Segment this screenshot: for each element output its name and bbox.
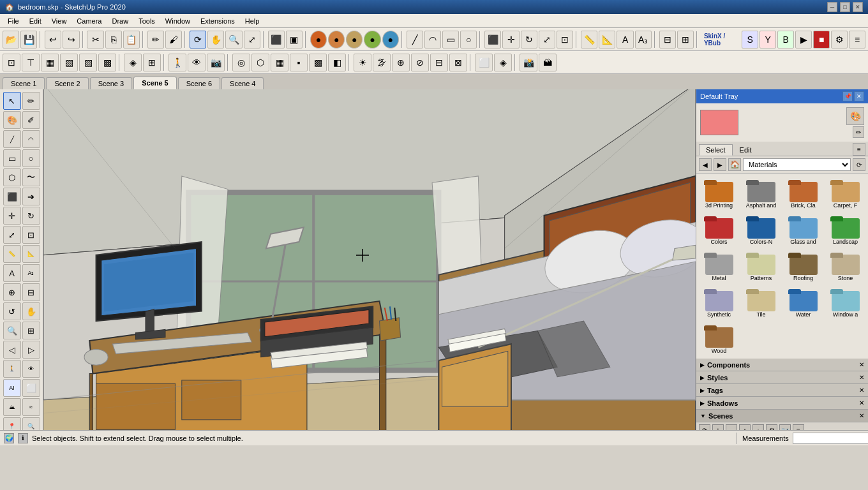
tab-select[interactable]: Select [699,144,733,156]
menu-window[interactable]: Window [160,16,195,26]
close-button[interactable]: ✕ [853,2,863,12]
mat-brick[interactable]: Brick, Cla [783,176,823,211]
mat-colors[interactable]: Colors [699,212,739,247]
open-button[interactable]: 📂 [3,31,19,48]
line-tool[interactable]: ╱ [3,130,21,148]
pencil-tool[interactable]: ✐ [22,111,40,129]
shadows-button[interactable]: ☀ [354,54,371,71]
parallel-button[interactable]: ⊞ [143,54,161,71]
viewport[interactable] [43,89,696,430]
info-icon[interactable]: ℹ [18,433,28,443]
style-shaded[interactable]: ▪ [290,54,308,71]
circle-tool[interactable]: ○ [22,149,40,167]
zoom-button[interactable]: 🔍 [225,31,242,48]
components-section[interactable]: ▶ Components ✕ [696,359,868,371]
polygon-tool[interactable]: ⬡ [3,168,21,186]
scene-up-btn[interactable]: ↑ [739,424,751,430]
scene-tab-3[interactable]: Scene 3 [90,77,132,89]
view-top[interactable]: ⊤ [22,54,40,71]
view-front[interactable]: ▦ [41,54,59,71]
extra-tool[interactable]: 🔍 [22,417,40,430]
orbit-tool[interactable]: ↺ [3,302,21,320]
texture2[interactable]: ● [328,31,345,48]
menu-edit[interactable]: Edit [24,16,47,26]
mat-menu-btn[interactable]: ≡ [853,143,865,156]
3d-text-button[interactable]: A₃ [635,31,652,48]
perspective-button[interactable]: ◈ [124,54,142,71]
materials-dropdown[interactable]: Materials [743,158,851,171]
rect-tool[interactable]: ▭ [3,149,21,167]
tray-pin-button[interactable]: 📌 [842,91,853,101]
geo-tag-tool[interactable]: 📍 [3,417,21,430]
style-xray[interactable]: ◎ [232,54,250,71]
axes-button[interactable]: ⊕ [392,54,410,71]
scene-tab-4[interactable]: Scene 4 [221,77,264,89]
next-view-tool[interactable]: ▷ [22,341,40,359]
arc-tool[interactable]: ◠ [22,130,40,148]
pan-button[interactable]: ✋ [207,31,224,48]
plugin-btn3[interactable]: B [777,31,794,48]
playback-play[interactable]: ▶ [795,31,812,48]
mat-patterns[interactable]: Patterns [741,249,781,283]
menu-camera[interactable]: Camera [71,16,107,26]
copy-button[interactable]: ⎘ [105,31,122,48]
scene-tab-1[interactable]: Scene 1 [3,77,45,89]
text-button-tb[interactable]: A [617,31,633,48]
component-options[interactable]: ⬜ [475,54,493,71]
style-mono[interactable]: ◧ [328,54,346,71]
section-button[interactable]: ⊟ [659,31,676,48]
mat-glass[interactable]: Glass and [783,212,823,247]
scale-tool[interactable]: ⤢ [3,226,21,244]
tape-tool[interactable]: 📏 [3,245,21,263]
components-close[interactable]: ✕ [859,361,864,368]
mat-roofing[interactable]: Roofing [783,249,823,283]
plugin-btn1[interactable]: S [742,31,758,48]
scene-remove-btn[interactable]: − [726,424,737,430]
mat-carpet[interactable]: Carpet, F [825,176,865,211]
menu-extensions[interactable]: Extensions [195,16,240,26]
group-button[interactable]: ▣ [286,31,303,48]
mat-tile[interactable]: Tile [741,285,781,320]
playback-record[interactable]: ⚙ [831,31,848,48]
match-photo[interactable]: 🏔 [539,54,557,71]
eraser-tool[interactable]: ✏ [22,92,40,110]
arc-button[interactable]: ◠ [424,31,441,48]
smoove-tool[interactable]: ≈ [22,398,40,416]
mat-stone[interactable]: Stone [825,249,865,283]
redo-button[interactable]: ↪ [63,31,79,48]
texture5[interactable]: ● [382,31,399,48]
zoom-tool[interactable]: 🔍 [3,322,21,339]
texture4[interactable]: ● [364,31,380,48]
tags-section[interactable]: ▶ Tags ✕ [696,384,868,397]
nav-refresh-btn[interactable]: ⟳ [853,158,865,171]
scene-tab-2[interactable]: Scene 2 [46,77,88,89]
scene-properties-btn[interactable]: ⚙ [766,424,777,430]
look-tool[interactable]: 👁 [188,54,206,71]
menu-view[interactable]: View [47,16,72,26]
dynamic-components[interactable]: ◈ [494,54,512,71]
mat-synthetic[interactable]: Synthetic [699,285,739,320]
undo-button[interactable]: ↩ [45,31,61,48]
section-cuts-button[interactable]: ⊠ [449,54,467,71]
mat-asphalt[interactable]: Asphalt and [741,176,781,211]
scene-update-btn[interactable]: 📷 [779,424,791,430]
geo-icon[interactable]: 🌍 [4,433,14,443]
protractor-tool[interactable]: 📐 [22,245,40,263]
paint-tool[interactable]: 🎨 [3,111,21,129]
color-picker-btn[interactable]: 🎨 [846,107,864,125]
rectangle-button[interactable]: ▭ [442,31,459,48]
protractor-button[interactable]: 📐 [599,31,615,48]
offset-tool[interactable]: ⊡ [22,226,40,244]
push-pull-tool[interactable]: ⬛ [3,188,21,205]
menu-file[interactable]: File [3,16,24,26]
cut-button[interactable]: ✂ [87,31,103,48]
select-tool[interactable]: ↖ [3,92,21,110]
component-tool[interactable]: ⬜ [22,379,40,397]
tab-edit[interactable]: Edit [733,144,759,155]
mat-landscape[interactable]: Landscap [825,212,865,247]
style-hidden[interactable]: ▦ [271,54,288,71]
menu-help[interactable]: Help [240,16,265,26]
color-edit-btn[interactable]: ✏ [853,126,864,138]
guides-button[interactable]: ⊘ [411,54,429,71]
scale-button[interactable]: ⤢ [539,31,555,48]
